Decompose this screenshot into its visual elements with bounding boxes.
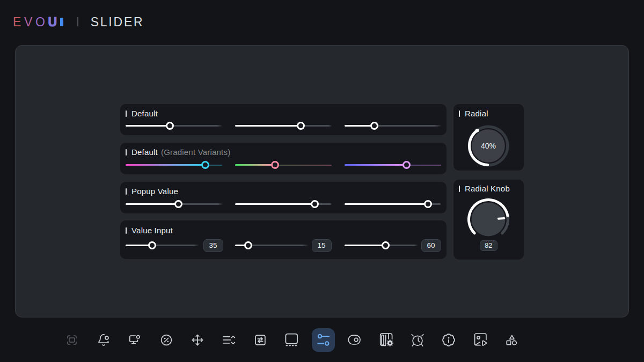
svg-text:40%: 40% [481, 142, 496, 150]
